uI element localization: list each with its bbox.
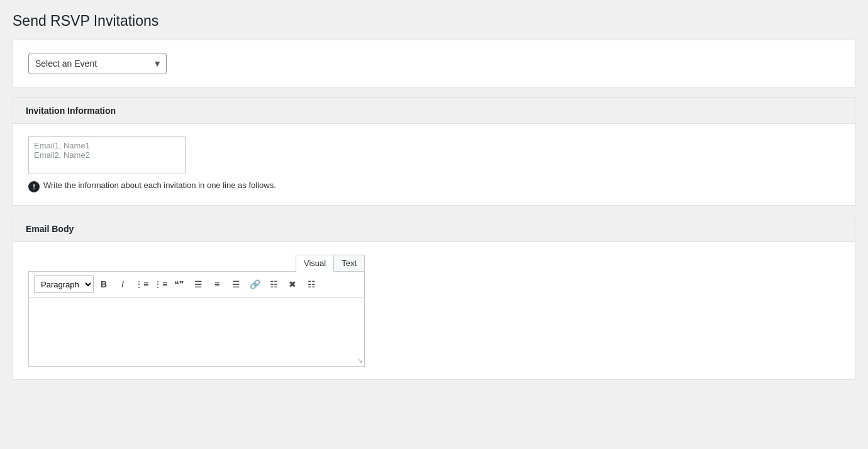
invitation-section-content: ! Write the information about each invit…	[13, 123, 855, 206]
more-options-button[interactable]: ☷	[303, 275, 320, 293]
editor-toolbar: Paragraph Heading 1 Heading 2 Heading 3 …	[28, 272, 365, 297]
table-button[interactable]: ☷	[265, 275, 282, 293]
italic-button[interactable]: I	[114, 275, 131, 293]
info-note: ! Write the information about each invit…	[28, 180, 840, 192]
align-center-button[interactable]: ≡	[208, 275, 226, 293]
page-title: Send RSVP Invitations	[13, 13, 855, 30]
invitation-section-label: Invitation Information	[13, 97, 855, 123]
paragraph-select[interactable]: Paragraph Heading 1 Heading 2 Heading 3	[34, 275, 94, 293]
event-section-content: Select an Event ▼	[13, 40, 855, 87]
invitation-textarea[interactable]	[28, 136, 186, 174]
tab-text[interactable]: Text	[333, 255, 365, 271]
event-select[interactable]: Select an Event	[28, 53, 167, 74]
email-body-section-content: Visual Text Paragraph Heading 1 Heading …	[13, 241, 855, 380]
ordered-list-button[interactable]: ⋮≡	[152, 275, 169, 293]
fullscreen-button[interactable]: ✖	[284, 275, 301, 293]
bold-button[interactable]: B	[95, 275, 113, 293]
editor-tabs: Visual Text	[28, 255, 365, 272]
align-left-button[interactable]: ☰	[189, 275, 207, 293]
resize-handle: ↘	[357, 356, 363, 365]
event-section: Select an Event ▼	[13, 40, 855, 87]
blockquote-button[interactable]: ❝❞	[170, 275, 188, 293]
unordered-list-button[interactable]: ⋮≡	[133, 275, 150, 293]
info-text: Write the information about each invitat…	[43, 180, 276, 190]
email-body-section-label: Email Body	[13, 216, 855, 241]
invitation-section: Invitation Information ! Write the infor…	[13, 97, 855, 206]
email-body-section: Email Body Visual Text Paragraph Heading…	[13, 216, 855, 380]
align-right-button[interactable]: ☰	[227, 275, 245, 293]
editor-container: Visual Text Paragraph Heading 1 Heading …	[28, 255, 365, 367]
tab-visual[interactable]: Visual	[296, 255, 334, 272]
info-icon: !	[28, 181, 40, 192]
event-select-wrapper: Select an Event ▼	[28, 53, 167, 74]
editor-body[interactable]: ↘	[28, 297, 365, 367]
link-button[interactable]: 🔗	[246, 275, 264, 293]
